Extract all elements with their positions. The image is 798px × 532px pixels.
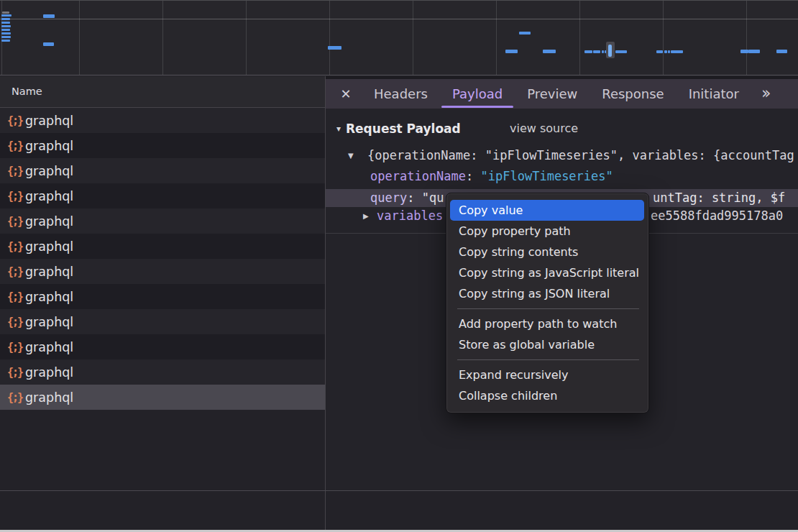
request-timing-bar — [748, 50, 760, 53]
json-braces-icon: {;} — [7, 215, 22, 228]
requests-list: {;}graphql{;}graphql{;}graphql{;}graphql… — [0, 108, 325, 410]
tab-headers[interactable]: Headers — [362, 79, 440, 109]
details-tabbar: ✕ HeadersPayloadPreviewResponseInitiator… — [326, 79, 798, 109]
request-payload-section: ▾ Request Payload view source — [326, 118, 798, 139]
menu-item-collapse-children[interactable]: Collapse children — [446, 385, 648, 406]
request-name: graphql — [25, 340, 73, 354]
menu-item-add-property-path-to-watch[interactable]: Add property path to watch — [446, 313, 648, 334]
view-source-link[interactable]: view source — [510, 118, 578, 139]
menu-separator — [457, 359, 639, 360]
timeline-gridline — [413, 1, 413, 75]
variables-row-clipped-text: ee5588fdad995178a0 — [651, 207, 783, 225]
menu-item-copy-string-contents[interactable]: Copy string contents — [446, 242, 648, 262]
json-braces-icon: {;} — [7, 265, 22, 278]
timeline-gridline — [329, 1, 330, 75]
request-timing-bar — [776, 50, 787, 53]
request-timing-bar — [1, 18, 10, 20]
request-timing-bar — [328, 46, 341, 50]
request-timing-bar — [740, 50, 748, 53]
request-timing-bar — [584, 50, 592, 54]
request-row[interactable]: {;}graphql — [0, 259, 325, 284]
tab-preview[interactable]: Preview — [515, 79, 590, 109]
json-braces-icon: {;} — [7, 366, 22, 379]
name-column-label: Name — [12, 76, 42, 107]
request-timing-bar — [664, 50, 667, 54]
request-row[interactable]: {;}graphql — [0, 309, 325, 334]
menu-item-copy-string-as-json-literal[interactable]: Copy string as JSON literal — [446, 283, 648, 304]
request-row[interactable]: {;}graphql — [0, 183, 325, 208]
request-timing-bar — [602, 50, 604, 54]
request-row[interactable]: {;}graphql — [0, 158, 325, 183]
tab-initiator[interactable]: Initiator — [677, 79, 751, 109]
json-braces-icon: {;} — [7, 391, 22, 404]
timeline-gridline — [746, 1, 747, 75]
request-row[interactable]: {;}graphql — [0, 234, 325, 259]
more-tabs-icon[interactable]: ›› — [761, 83, 767, 105]
request-timing-bar — [43, 42, 54, 46]
request-timing-bar — [1, 14, 12, 17]
request-timing-bar — [1, 32, 11, 35]
tab-payload[interactable]: Payload — [440, 79, 515, 109]
close-icon[interactable]: ✕ — [338, 86, 354, 101]
timeline-gridline — [246, 1, 247, 75]
tabs-container: HeadersPayloadPreviewResponseInitiator — [362, 79, 751, 109]
menu-item-copy-value[interactable]: Copy value — [450, 200, 644, 221]
timeline-gray-bar — [2, 12, 9, 14]
payload-summary-row[interactable]: {operationName: "ipFlowTimeseries", vari… — [326, 147, 798, 165]
object-expand-caret-icon[interactable]: ▼ — [348, 147, 354, 165]
request-timing-bar — [656, 50, 663, 54]
request-timing-bar — [668, 50, 670, 54]
request-name: graphql — [25, 239, 73, 254]
request-name: graphql — [25, 164, 73, 178]
context-menu: Copy valueCopy property pathCopy string … — [446, 193, 649, 413]
menu-separator — [457, 308, 639, 309]
section-title: Request Payload — [346, 118, 461, 139]
request-timing-bar — [1, 25, 11, 27]
request-row[interactable]: {;}graphql — [0, 334, 325, 359]
request-name: graphql — [25, 290, 73, 304]
request-name: graphql — [25, 365, 73, 380]
menu-item-expand-recursively[interactable]: Expand recursively — [446, 364, 648, 385]
request-timing-bar — [671, 50, 683, 54]
variables-expand-caret-icon[interactable]: ▶ — [363, 207, 369, 225]
request-name: graphql — [25, 390, 73, 405]
operation-name-row[interactable]: operationName: "ipFlowTimeseries" — [326, 168, 798, 185]
request-row[interactable]: {;}graphql — [0, 208, 325, 234]
json-braces-icon: {;} — [7, 114, 22, 127]
request-row[interactable]: {;}graphql — [0, 133, 325, 158]
json-braces-icon: {;} — [7, 190, 22, 203]
request-row[interactable]: {;}graphql — [0, 359, 325, 385]
menu-item-copy-string-as-javascript-literal[interactable]: Copy string as JavaScript literal — [446, 262, 648, 283]
name-column-header[interactable]: Name — [0, 76, 325, 108]
request-row[interactable]: {;}graphql — [0, 385, 325, 410]
request-name: graphql — [25, 315, 73, 329]
footer-divider — [0, 490, 798, 491]
timeline-gridline — [162, 1, 163, 75]
json-braces-icon: {;} — [7, 139, 22, 152]
query-row-clipped-text: untTag: string, $f — [653, 189, 785, 207]
request-name: graphql — [25, 189, 73, 203]
json-braces-icon: {;} — [7, 316, 22, 329]
json-braces-icon: {;} — [7, 240, 22, 253]
menu-item-store-as-global-variable[interactable]: Store as global variable — [446, 334, 648, 355]
request-timing-bar — [1, 29, 10, 31]
network-overview-timeline[interactable] — [0, 0, 798, 75]
tab-response[interactable]: Response — [590, 79, 676, 109]
request-row[interactable]: {;}graphql — [0, 108, 325, 133]
request-timing-bar — [1, 22, 10, 24]
request-timing-bar — [615, 50, 627, 54]
request-timing-bar — [1, 36, 11, 38]
request-name: graphql — [25, 139, 73, 153]
request-name: graphql — [25, 265, 73, 279]
request-timing-bar — [1, 40, 10, 42]
section-collapse-caret-icon[interactable]: ▾ — [336, 118, 341, 139]
selected-request-bar — [608, 45, 612, 58]
request-row[interactable]: {;}graphql — [0, 284, 325, 309]
timeline-gridline — [663, 1, 664, 75]
timeline-gridline — [579, 1, 580, 75]
json-braces-icon: {;} — [7, 290, 22, 303]
menu-item-copy-property-path[interactable]: Copy property path — [446, 221, 648, 242]
request-timing-bar — [519, 32, 531, 35]
request-timing-bar — [543, 50, 556, 53]
json-braces-icon: {;} — [7, 165, 22, 178]
